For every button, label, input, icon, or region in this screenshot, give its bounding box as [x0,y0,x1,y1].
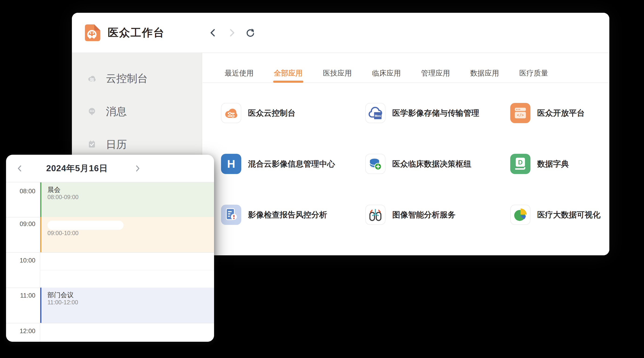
event-title: 部门会议 [48,291,214,299]
tab-medical-quality[interactable]: 医疗质量 [519,68,548,78]
app-logo-icon [82,22,102,43]
time-label: 10:00 [6,256,35,264]
svg-text:</>: </> [517,113,524,117]
hour-gridline [6,252,214,253]
window-header: 医众工作台 [72,13,609,53]
app-name: 医众开放平台 [537,108,585,119]
tab-all-apps[interactable]: 全部应用 [274,68,303,78]
calendar-date: 2024年5月16日 [32,155,122,182]
sidebar-item-cloud-console[interactable]: 云控制台 [72,67,202,90]
app-name: 数据字典 [537,159,569,169]
hour-gridline [6,323,214,323]
chevron-left-icon [16,164,23,173]
calendar-popup: 2024年5月16日 晨会 08:00-09:00 09:00-10:00 部门… [6,155,214,342]
sidebar-item-label: 云控制台 [106,72,148,85]
cloud-console-icon [86,73,98,84]
tab-data-apps[interactable]: 数据应用 [470,68,499,78]
event-time: 09:00-10:00 [48,230,214,236]
tab-bar: 最近使用 全部应用 医技应用 临床应用 管理应用 数据应用 医疗质量 [203,53,609,83]
open-platform-code-icon: </> [510,103,530,123]
time-label: 11:00 [6,292,35,299]
app-report-risk-analysis[interactable]: 影像检查报告风控分析 [221,205,365,225]
time-label: 08:00 [6,187,35,195]
calendar-prev-day-button[interactable] [12,155,26,182]
report-alert-icon [221,205,241,225]
tab-medtech-apps[interactable]: 医技应用 [323,68,352,78]
calendar-event-redacted[interactable]: 09:00-10:00 [40,217,214,252]
app-imaging-storage-transfer[interactable]: Mos 医学影像存储与传输管理 [365,103,510,123]
refresh-icon [245,27,256,38]
chevron-right-icon [226,27,237,38]
data-dictionary-book-icon: D [510,154,530,174]
lungs-icon [366,205,385,225]
app-name: 医学影像存储与传输管理 [392,108,479,119]
app-name: 影像检查报告风控分析 [248,209,327,220]
forward-button[interactable] [226,27,237,38]
redacted-event-title [48,221,124,230]
calendar-header: 2024年5月16日 [6,155,214,182]
sidebar-item-label: 日历 [106,138,127,152]
refresh-button[interactable] [245,27,256,38]
app-name: 混合云影像信息管理中心 [248,159,335,169]
svg-text:Mos: Mos [375,114,381,118]
calendar-event-department-meeting[interactable]: 部门会议 11:00-12:00 [40,288,214,323]
database-plus-icon [366,154,385,174]
tab-recent[interactable]: 最近使用 [225,68,254,78]
sidebar-item-label: 消息 [106,105,127,119]
app-image-ai-service[interactable]: 图像智能分析服务 [365,205,510,225]
tab-clinical-apps[interactable]: 临床应用 [372,68,401,78]
event-title: 晨会 [48,186,214,194]
app-name: 医疗大数据可视化 [537,209,600,220]
tab-management-apps[interactable]: 管理应用 [421,68,450,78]
app-hybrid-cloud-imaging-center[interactable]: H 混合云影像信息管理中心 [221,154,365,174]
calendar-icon [86,139,98,150]
event-time: 08:00-09:00 [48,194,214,200]
cloud-sliders-icon [222,103,241,123]
hybrid-cloud-h-icon: H [221,154,241,174]
time-label: 12:00 [6,327,35,335]
half-hour-gridline [40,270,214,270]
app-clinical-data-hub[interactable]: 医众临床数据决策枢纽 [365,154,510,174]
app-name: 医众临床数据决策枢纽 [392,159,471,169]
app-name: 图像智能分析服务 [392,209,456,220]
app-open-platform[interactable]: </> 医众开放平台 [510,103,609,123]
app-grid: 医众云控制台 Mos 医学影像存储与传输管理 [203,83,609,255]
chevron-left-icon [208,27,218,38]
nav-controls [208,27,256,38]
calendar-next-day-button[interactable] [131,155,145,182]
app-cloud-console[interactable]: 医众云控制台 [221,103,365,123]
sidebar-item-messages[interactable]: 消息 [72,100,202,123]
event-time: 11:00-12:00 [48,299,214,306]
app-data-dictionary[interactable]: D 数据字典 [510,154,609,174]
calendar-event-morning-meeting[interactable]: 晨会 08:00-09:00 [40,182,214,217]
message-icon [86,106,98,117]
app-name: 医众云控制台 [248,108,296,119]
pie-chart-icon [511,205,530,225]
back-button[interactable] [208,27,218,38]
svg-text:D: D [518,159,523,166]
window-title: 医众工作台 [108,25,165,40]
time-label: 09:00 [6,220,35,228]
mos-cloud-icon: Mos [366,103,385,123]
time-column-divider [40,182,40,342]
chevron-right-icon [134,164,141,173]
content-area: 最近使用 全部应用 医技应用 临床应用 管理应用 数据应用 医疗质量 [203,53,609,255]
sidebar-item-calendar[interactable]: 日历 [72,133,202,156]
calendar-day-view: 晨会 08:00-09:00 09:00-10:00 部门会议 11:00-12… [6,182,214,342]
app-big-data-visualization[interactable]: 医疗大数据可视化 [510,205,609,225]
